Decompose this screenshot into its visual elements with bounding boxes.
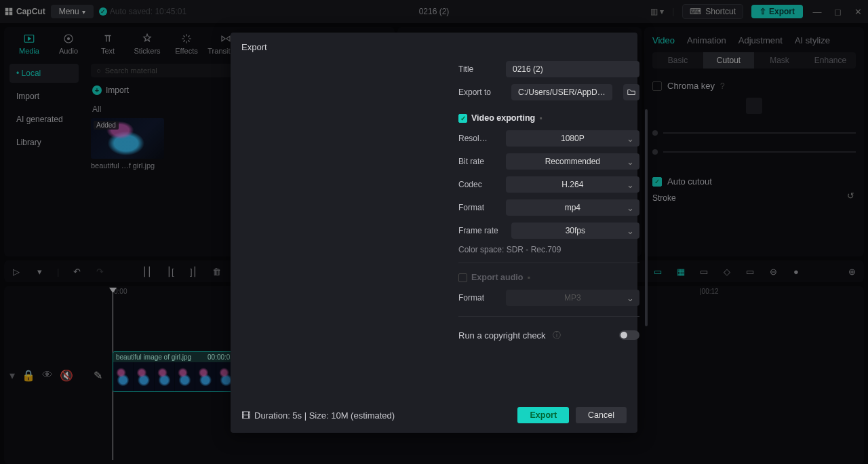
- fps-select[interactable]: 30fps: [511, 223, 639, 239]
- title-label: Title: [458, 64, 499, 74]
- bitrate-select[interactable]: Recommended: [506, 153, 639, 170]
- audio-format-select: MP3: [506, 290, 639, 306]
- resolution-select[interactable]: 1080P: [506, 130, 639, 147]
- audio-export-section: Export audio ▪: [458, 273, 639, 282]
- video-exporting-section: ✓ Video exporting ▪: [458, 113, 639, 123]
- duration-label: Duration: 5s | Size: 10M (estimated): [254, 410, 395, 421]
- export-preview: [241, 58, 445, 147]
- export-confirm-button[interactable]: Export: [517, 407, 569, 423]
- video-export-checkbox[interactable]: ✓: [458, 114, 467, 123]
- codec-label: Codec: [458, 180, 499, 189]
- modal-title: Export: [231, 33, 637, 58]
- copyright-toggle[interactable]: [619, 330, 639, 340]
- format-select[interactable]: mp4: [506, 199, 639, 216]
- folder-icon[interactable]: [623, 84, 639, 100]
- copyright-label: Run a copyright check: [458, 330, 546, 341]
- colorspace-note: Color space: SDR - Rec.709: [458, 245, 639, 254]
- audio-export-checkbox[interactable]: [458, 273, 467, 282]
- info-icon[interactable]: ⓘ: [553, 330, 561, 341]
- export-modal: Export Title 0216 (2) Export to C:/Users…: [231, 33, 637, 433]
- help-icon[interactable]: ▪: [539, 113, 542, 123]
- bitrate-label: Bit rate: [458, 157, 499, 166]
- resolution-label: Resol…: [458, 134, 499, 143]
- fps-label: Frame rate: [458, 226, 505, 235]
- exportto-label: Export to: [458, 88, 505, 97]
- exportto-input[interactable]: C:/Users/USER/AppD…: [511, 84, 612, 100]
- format-label: Format: [458, 203, 499, 212]
- scrollbar[interactable]: [645, 109, 648, 326]
- cancel-button[interactable]: Cancel: [576, 407, 627, 423]
- codec-select[interactable]: H.264: [506, 176, 639, 193]
- film-icon: 🎞: [241, 410, 250, 421]
- title-input[interactable]: 0216 (2): [506, 61, 639, 77]
- audio-format-label: Format: [458, 293, 499, 303]
